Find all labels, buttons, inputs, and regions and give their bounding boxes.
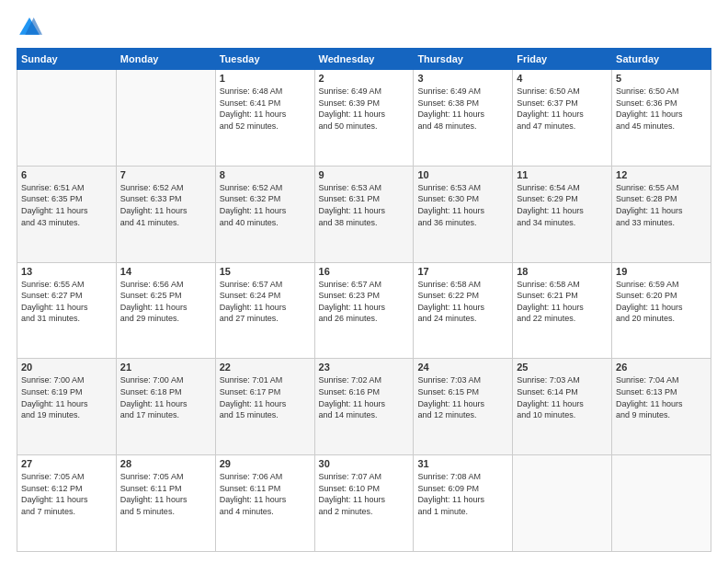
cell-info: Sunrise: 6:49 AM Sunset: 6:39 PM Dayligh… (319, 86, 410, 132)
calendar-cell (116, 70, 215, 167)
logo (17, 15, 46, 40)
calendar-cell: 28Sunrise: 7:05 AM Sunset: 6:11 PM Dayli… (116, 455, 215, 552)
day-number: 3 (417, 73, 508, 84)
cell-info: Sunrise: 6:50 AM Sunset: 6:37 PM Dayligh… (517, 86, 608, 132)
calendar-cell: 27Sunrise: 7:05 AM Sunset: 6:12 PM Dayli… (17, 455, 117, 552)
calendar-cell: 11Sunrise: 6:54 AM Sunset: 6:29 PM Dayli… (513, 166, 612, 262)
weekday-header: Tuesday (215, 49, 314, 70)
cell-info: Sunrise: 6:52 AM Sunset: 6:32 PM Dayligh… (220, 182, 311, 228)
day-number: 20 (21, 362, 112, 373)
cell-info: Sunrise: 6:57 AM Sunset: 6:24 PM Dayligh… (220, 279, 311, 325)
cell-info: Sunrise: 6:55 AM Sunset: 6:27 PM Dayligh… (21, 279, 112, 325)
calendar-cell: 5Sunrise: 6:50 AM Sunset: 6:36 PM Daylig… (612, 70, 711, 167)
calendar-cell: 30Sunrise: 7:07 AM Sunset: 6:10 PM Dayli… (314, 455, 414, 552)
day-number: 11 (517, 169, 608, 180)
cell-info: Sunrise: 6:56 AM Sunset: 6:25 PM Dayligh… (120, 279, 211, 325)
cell-info: Sunrise: 6:58 AM Sunset: 6:22 PM Dayligh… (417, 279, 508, 325)
cell-info: Sunrise: 7:08 AM Sunset: 6:09 PM Dayligh… (417, 471, 508, 517)
day-number: 14 (120, 266, 211, 277)
day-number: 24 (417, 362, 508, 373)
calendar-cell: 31Sunrise: 7:08 AM Sunset: 6:09 PM Dayli… (414, 455, 513, 552)
weekday-header: Monday (116, 49, 215, 70)
calendar-cell: 29Sunrise: 7:06 AM Sunset: 6:11 PM Dayli… (215, 455, 314, 552)
weekday-header: Sunday (17, 49, 117, 70)
cell-info: Sunrise: 7:00 AM Sunset: 6:19 PM Dayligh… (21, 374, 112, 420)
day-number: 21 (120, 362, 211, 373)
calendar-cell (513, 455, 612, 552)
weekday-header: Wednesday (314, 49, 414, 70)
day-number: 30 (319, 458, 410, 469)
calendar-cell: 26Sunrise: 7:04 AM Sunset: 6:13 PM Dayli… (612, 359, 711, 455)
day-number: 27 (21, 458, 112, 469)
calendar-cell: 21Sunrise: 7:00 AM Sunset: 6:18 PM Dayli… (116, 359, 215, 455)
day-number: 26 (616, 362, 707, 373)
calendar-cell: 4Sunrise: 6:50 AM Sunset: 6:37 PM Daylig… (513, 70, 612, 167)
day-number: 17 (417, 266, 508, 277)
day-number: 7 (120, 169, 211, 180)
cell-info: Sunrise: 7:05 AM Sunset: 6:12 PM Dayligh… (21, 471, 112, 517)
weekday-header: Friday (513, 49, 612, 70)
day-number: 5 (616, 73, 707, 84)
day-number: 25 (517, 362, 608, 373)
cell-info: Sunrise: 7:06 AM Sunset: 6:11 PM Dayligh… (220, 471, 311, 517)
cell-info: Sunrise: 6:51 AM Sunset: 6:35 PM Dayligh… (21, 182, 112, 228)
day-number: 19 (616, 266, 707, 277)
day-number: 4 (517, 73, 608, 84)
cell-info: Sunrise: 6:48 AM Sunset: 6:41 PM Dayligh… (220, 86, 311, 132)
calendar-cell: 3Sunrise: 6:49 AM Sunset: 6:38 PM Daylig… (414, 70, 513, 167)
day-number: 12 (616, 169, 707, 180)
calendar-cell: 20Sunrise: 7:00 AM Sunset: 6:19 PM Dayli… (17, 359, 117, 455)
calendar-cell: 16Sunrise: 6:57 AM Sunset: 6:23 PM Dayli… (314, 262, 414, 359)
cell-info: Sunrise: 6:54 AM Sunset: 6:29 PM Dayligh… (517, 182, 608, 228)
calendar-cell: 2Sunrise: 6:49 AM Sunset: 6:39 PM Daylig… (314, 70, 414, 167)
calendar-cell: 23Sunrise: 7:02 AM Sunset: 6:16 PM Dayli… (314, 359, 414, 455)
day-number: 15 (220, 266, 311, 277)
calendar-cell: 22Sunrise: 7:01 AM Sunset: 6:17 PM Dayli… (215, 359, 314, 455)
day-number: 10 (417, 169, 508, 180)
cell-info: Sunrise: 7:03 AM Sunset: 6:15 PM Dayligh… (417, 374, 508, 420)
calendar-cell: 7Sunrise: 6:52 AM Sunset: 6:33 PM Daylig… (116, 166, 215, 262)
calendar-cell: 8Sunrise: 6:52 AM Sunset: 6:32 PM Daylig… (215, 166, 314, 262)
calendar-cell: 18Sunrise: 6:58 AM Sunset: 6:21 PM Dayli… (513, 262, 612, 359)
calendar-cell: 19Sunrise: 6:59 AM Sunset: 6:20 PM Dayli… (612, 262, 711, 359)
cell-info: Sunrise: 6:50 AM Sunset: 6:36 PM Dayligh… (616, 86, 707, 132)
cell-info: Sunrise: 7:03 AM Sunset: 6:14 PM Dayligh… (517, 374, 608, 420)
cell-info: Sunrise: 7:00 AM Sunset: 6:18 PM Dayligh… (120, 374, 211, 420)
page: SundayMondayTuesdayWednesdayThursdayFrid… (0, 0, 728, 563)
day-number: 8 (220, 169, 311, 180)
cell-info: Sunrise: 7:02 AM Sunset: 6:16 PM Dayligh… (319, 374, 410, 420)
cell-info: Sunrise: 6:58 AM Sunset: 6:21 PM Dayligh… (517, 279, 608, 325)
day-number: 6 (21, 169, 112, 180)
calendar-cell (612, 455, 711, 552)
cell-info: Sunrise: 7:07 AM Sunset: 6:10 PM Dayligh… (319, 471, 410, 517)
calendar-cell: 6Sunrise: 6:51 AM Sunset: 6:35 PM Daylig… (17, 166, 117, 262)
cell-info: Sunrise: 7:04 AM Sunset: 6:13 PM Dayligh… (616, 374, 707, 420)
cell-info: Sunrise: 6:59 AM Sunset: 6:20 PM Dayligh… (616, 279, 707, 325)
logo-icon (17, 15, 42, 40)
calendar-cell: 13Sunrise: 6:55 AM Sunset: 6:27 PM Dayli… (17, 262, 117, 359)
cell-info: Sunrise: 6:49 AM Sunset: 6:38 PM Dayligh… (417, 86, 508, 132)
day-number: 31 (417, 458, 508, 469)
day-number: 13 (21, 266, 112, 277)
day-number: 22 (220, 362, 311, 373)
day-number: 2 (319, 73, 410, 84)
cell-info: Sunrise: 6:53 AM Sunset: 6:31 PM Dayligh… (319, 182, 410, 228)
calendar-cell: 14Sunrise: 6:56 AM Sunset: 6:25 PM Dayli… (116, 262, 215, 359)
cell-info: Sunrise: 6:53 AM Sunset: 6:30 PM Dayligh… (417, 182, 508, 228)
cell-info: Sunrise: 6:57 AM Sunset: 6:23 PM Dayligh… (319, 279, 410, 325)
calendar-cell: 24Sunrise: 7:03 AM Sunset: 6:15 PM Dayli… (414, 359, 513, 455)
cell-info: Sunrise: 7:01 AM Sunset: 6:17 PM Dayligh… (220, 374, 311, 420)
weekday-header: Saturday (612, 49, 711, 70)
calendar-table: SundayMondayTuesdayWednesdayThursdayFrid… (17, 48, 711, 552)
cell-info: Sunrise: 6:52 AM Sunset: 6:33 PM Dayligh… (120, 182, 211, 228)
day-number: 18 (517, 266, 608, 277)
day-number: 9 (319, 169, 410, 180)
calendar-cell: 9Sunrise: 6:53 AM Sunset: 6:31 PM Daylig… (314, 166, 414, 262)
header (17, 15, 711, 40)
calendar-cell (17, 70, 117, 167)
day-number: 28 (120, 458, 211, 469)
cell-info: Sunrise: 6:55 AM Sunset: 6:28 PM Dayligh… (616, 182, 707, 228)
calendar-cell: 15Sunrise: 6:57 AM Sunset: 6:24 PM Dayli… (215, 262, 314, 359)
calendar-cell: 10Sunrise: 6:53 AM Sunset: 6:30 PM Dayli… (414, 166, 513, 262)
calendar-cell: 12Sunrise: 6:55 AM Sunset: 6:28 PM Dayli… (612, 166, 711, 262)
